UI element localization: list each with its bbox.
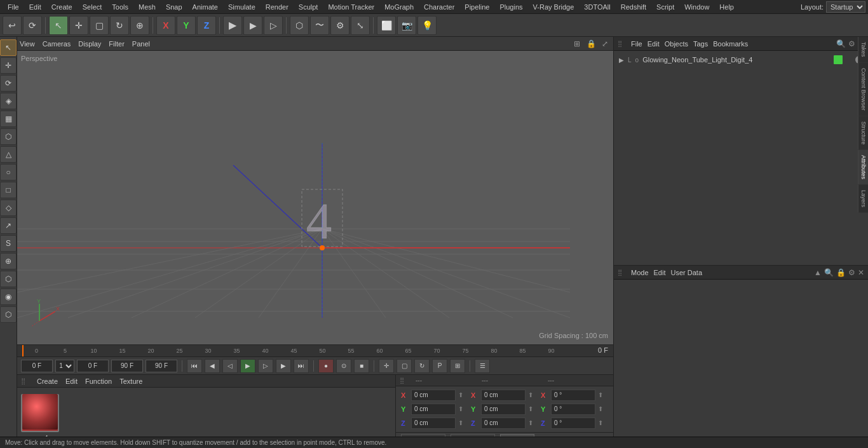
frame-step-select[interactable]: 1	[55, 360, 74, 372]
obj-menu-tags[interactable]: Tags	[693, 40, 708, 48]
render-output-button[interactable]: ▷	[264, 16, 283, 35]
menu-3dtoall[interactable]: 3DTOAll	[579, 2, 615, 12]
attr-arrow-icon[interactable]: ▲	[814, 268, 822, 277]
left-circle-btn[interactable]: ○	[0, 164, 17, 180]
current-frame-input[interactable]	[77, 360, 109, 372]
obj-settings-icon[interactable]: ⚙	[848, 39, 855, 48]
mat-menu-texture[interactable]: Texture	[119, 377, 142, 385]
auto-key-button[interactable]: ⊙	[336, 359, 351, 373]
coord-y-pos[interactable]	[411, 404, 456, 415]
coord-x-size[interactable]	[481, 390, 526, 401]
coord-x-rot[interactable]	[551, 390, 595, 401]
timeline-toggle[interactable]: ☰	[475, 359, 490, 373]
param-key-button[interactable]: P	[432, 359, 447, 373]
rotate-key-button[interactable]: ↻	[414, 359, 430, 373]
menu-file[interactable]: File	[3, 2, 24, 12]
layout-select[interactable]: Startup	[826, 1, 865, 13]
y-axis-button[interactable]: Y	[177, 16, 196, 35]
coord-y-size[interactable]	[481, 404, 526, 415]
attr-settings-icon[interactable]: ⚙	[848, 268, 855, 277]
undo-button[interactable]: ↩	[3, 16, 22, 35]
menu-mograph[interactable]: MoGraph	[379, 2, 419, 12]
move-key-button[interactable]: ✛	[379, 359, 394, 373]
menu-script[interactable]: Script	[651, 2, 679, 12]
side-tab-layers[interactable]: Layers	[858, 185, 868, 213]
obj-menu-file[interactable]: File	[631, 40, 642, 48]
vp-expand-icon[interactable]: ⤢	[599, 38, 611, 50]
vp-lock-icon[interactable]: 🔒	[585, 38, 597, 50]
side-tab-takes[interactable]: Takes	[858, 37, 868, 63]
attr-menu-mode[interactable]: Mode	[631, 269, 649, 276]
left-hex2-btn[interactable]: ⬡	[0, 271, 17, 287]
spline-button[interactable]: 〜	[310, 16, 329, 35]
menu-motion-tracker[interactable]: Motion Tracker	[323, 2, 379, 12]
left-dot-btn[interactable]: ◉	[0, 288, 17, 305]
menu-plugins[interactable]: Plugins	[494, 2, 527, 12]
material-item[interactable]: num_4_	[21, 394, 59, 442]
move-tool-button[interactable]: ✛	[69, 16, 88, 35]
left-s-btn[interactable]: S	[0, 235, 17, 252]
menu-edit[interactable]: Edit	[24, 2, 46, 12]
start-frame-input[interactable]	[21, 360, 53, 372]
mat-menu-create[interactable]: Create	[37, 377, 58, 385]
attr-search-icon[interactable]: 🔍	[824, 268, 834, 277]
z-axis-button[interactable]: Z	[197, 16, 216, 35]
left-hex3-btn[interactable]: ⬡	[0, 306, 17, 323]
menu-redshift[interactable]: Redshift	[616, 2, 651, 12]
vp-menu-display[interactable]: Display	[78, 40, 101, 48]
attr-close-icon[interactable]: ✕	[858, 268, 864, 277]
render-view-button[interactable]: ▶	[243, 16, 262, 35]
mat-menu-edit[interactable]: Edit	[65, 377, 78, 385]
viewport-3d[interactable]: .grid-h { stroke: #6a6a6a; stroke-width:…	[17, 51, 613, 344]
attr-menu-userdata[interactable]: User Data	[671, 269, 703, 276]
object-row-1[interactable]: ▶ L o Glowing_Neon_Tube_Light_Digit_4	[619, 53, 863, 66]
left-scale-btn[interactable]: ◈	[0, 93, 17, 109]
object-color-1[interactable]	[834, 55, 843, 64]
next-key-button[interactable]: ▷	[258, 359, 273, 373]
left-grid-btn[interactable]: ▦	[0, 111, 17, 127]
vp-maximize-icon[interactable]: ⊞	[571, 38, 583, 50]
left-plus-btn[interactable]: ⊕	[0, 253, 17, 269]
timeline-playhead[interactable]	[22, 345, 24, 356]
prev-frame-button[interactable]: ◀	[205, 359, 220, 373]
coord-z-rot[interactable]	[551, 417, 595, 429]
select-tool-button[interactable]: ↖	[49, 16, 68, 35]
end-frame2-input[interactable]	[146, 360, 177, 372]
coord-z-pos[interactable]	[411, 417, 456, 429]
prev-key-button[interactable]: ◁	[222, 359, 238, 373]
menu-animate[interactable]: Animate	[187, 2, 223, 12]
obj-menu-edit[interactable]: Edit	[648, 40, 660, 48]
vp-menu-view[interactable]: View	[20, 40, 35, 48]
timeline-area[interactable]: 0 5 10 15 20 25 30 35 40 45 50 55 60 65 …	[17, 344, 613, 357]
side-tab-content-browser[interactable]: Content Browser	[858, 63, 868, 116]
menu-mesh[interactable]: Mesh	[133, 2, 161, 12]
go-end-button[interactable]: ⏭	[294, 359, 309, 373]
obj-menu-bookmarks[interactable]: Bookmarks	[713, 40, 748, 48]
floor-button[interactable]: ⬜	[377, 16, 396, 35]
menu-window[interactable]: Window	[679, 2, 714, 12]
menu-sculpt[interactable]: Sculpt	[294, 2, 323, 12]
rotate-tool-button[interactable]: ↻	[110, 16, 129, 35]
side-tab-attributes[interactable]: Attributes	[858, 150, 868, 185]
menu-pipeline[interactable]: Pipeline	[459, 2, 494, 12]
left-tri-btn[interactable]: △	[0, 146, 17, 163]
vp-menu-panel[interactable]: Panel	[132, 40, 150, 48]
coord-z-size[interactable]	[481, 417, 526, 429]
end-frame-input[interactable]	[111, 360, 143, 372]
stop-button[interactable]: ■	[354, 359, 369, 373]
left-arrow-btn[interactable]: ↗	[0, 217, 17, 234]
menu-character[interactable]: Character	[419, 2, 459, 12]
mat-menu-function[interactable]: Function	[85, 377, 112, 385]
next-frame-button[interactable]: ▶	[276, 359, 291, 373]
light-button[interactable]: 💡	[417, 16, 437, 35]
menu-help[interactable]: Help	[714, 2, 739, 12]
attr-lock-icon[interactable]: 🔒	[836, 268, 846, 277]
obj-menu-objects[interactable]: Objects	[665, 40, 688, 48]
attr-menu-edit[interactable]: Edit	[654, 269, 666, 276]
side-tab-structure[interactable]: Structure	[858, 116, 868, 151]
coord-y-rot[interactable]	[551, 404, 595, 415]
menu-select[interactable]: Select	[78, 2, 107, 12]
x-axis-button[interactable]: X	[156, 16, 175, 35]
record-button[interactable]: ●	[318, 359, 334, 373]
left-select-btn[interactable]: ↖	[0, 39, 17, 56]
